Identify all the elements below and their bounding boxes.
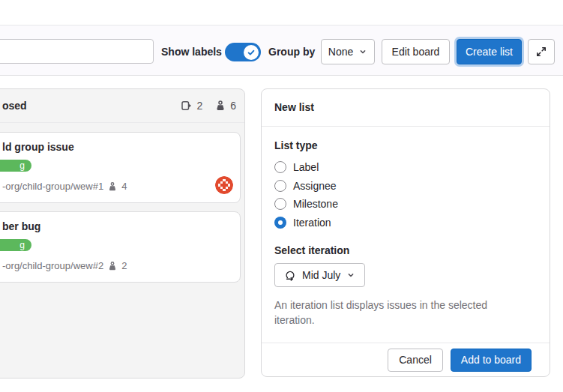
card-info-row: -org/child-group/wew#1 4 <box>2 180 231 193</box>
radio-option-iteration[interactable]: Iteration <box>274 214 537 232</box>
radio-option-milestone[interactable]: Milestone <box>274 195 537 214</box>
assignee-avatar[interactable] <box>215 176 233 194</box>
card-info-row: -org/child-group/wew#2 2 <box>2 259 231 273</box>
board-card[interactable]: ld group issue g -org/child-group/wew#1 … <box>0 132 241 203</box>
issue-count-icon <box>181 100 193 112</box>
card-reference: -org/child-group/wew#2 <box>2 259 103 273</box>
list-type-heading: List type <box>274 139 537 151</box>
total-weight-value: 6 <box>230 100 236 112</box>
new-list-panel: New list List type Label Assignee Milest… <box>261 88 550 377</box>
new-list-panel-body: List type Label Assignee Milestone Itera… <box>262 127 550 340</box>
card-label-pill[interactable]: g <box>0 160 31 172</box>
issue-count-value: 2 <box>196 100 202 112</box>
board-card-list: ld group issue g -org/child-group/wew#1 … <box>0 123 244 292</box>
weight-icon <box>107 261 118 271</box>
radio-option-text: Milestone <box>293 198 338 210</box>
radio-circle[interactable] <box>274 180 286 192</box>
group-by-label: Group by <box>268 39 315 64</box>
new-list-panel-title: New list <box>262 89 550 127</box>
cancel-button[interactable]: Cancel <box>388 349 443 372</box>
add-to-board-button[interactable]: Add to board <box>451 349 532 372</box>
iteration-help-text: An iteration list displays issues in the… <box>274 298 522 328</box>
board-list-column: osed 2 6 ld group issue g -org/child-gro… <box>0 88 245 379</box>
radio-option-assignee[interactable]: Assignee <box>274 177 537 196</box>
edit-board-button[interactable]: Edit board <box>382 39 450 64</box>
iteration-dropdown[interactable]: Mid July <box>274 263 365 287</box>
board-list-title: osed <box>2 100 181 112</box>
board-card[interactable]: ber bug g -org/child-group/wew#2 2 <box>0 211 241 283</box>
avatar-identicon <box>215 176 233 194</box>
show-labels-label: Show labels <box>161 39 222 64</box>
card-title: ld group issue <box>2 140 231 154</box>
iteration-value: Mid July <box>302 269 340 281</box>
board-list-header: osed 2 6 <box>0 89 244 123</box>
group-by-value: None <box>328 46 353 58</box>
radio-option-label[interactable]: Label <box>274 158 537 177</box>
chevron-down-icon <box>346 271 355 280</box>
show-labels-toggle[interactable] <box>225 43 261 61</box>
select-iteration-heading: Select iteration <box>274 244 537 256</box>
board-search-input[interactable] <box>0 39 154 64</box>
weight-icon <box>107 181 118 192</box>
new-list-panel-footer: Cancel Add to board <box>262 343 550 376</box>
expand-icon <box>535 46 547 58</box>
create-list-button[interactable]: Create list <box>457 39 522 64</box>
radio-circle[interactable] <box>274 198 286 210</box>
weight-icon <box>214 100 226 112</box>
radio-option-text: Assignee <box>293 180 337 192</box>
board-list-counts: 2 6 <box>181 100 236 112</box>
list-type-radio-group: Label Assignee Milestone Iteration <box>274 158 537 232</box>
board-toolbar: Show labels Group by None Edit board Cre… <box>0 25 563 76</box>
radio-circle[interactable] <box>274 161 286 173</box>
card-label-pill[interactable]: g <box>0 239 31 251</box>
card-weight-value: 4 <box>121 180 127 193</box>
radio-option-text: Iteration <box>293 217 331 229</box>
expand-board-button[interactable] <box>528 39 555 64</box>
card-title: ber bug <box>2 220 231 233</box>
card-weight-value: 2 <box>121 259 127 273</box>
chevron-down-icon <box>358 47 367 56</box>
toggle-check-icon <box>247 48 256 57</box>
group-by-dropdown[interactable]: None <box>321 39 375 64</box>
card-reference: -org/child-group/wew#1 <box>2 180 103 193</box>
radio-option-text: Label <box>293 161 319 173</box>
iteration-icon <box>284 269 296 281</box>
toggle-knob <box>244 45 259 60</box>
radio-circle[interactable] <box>274 217 286 229</box>
